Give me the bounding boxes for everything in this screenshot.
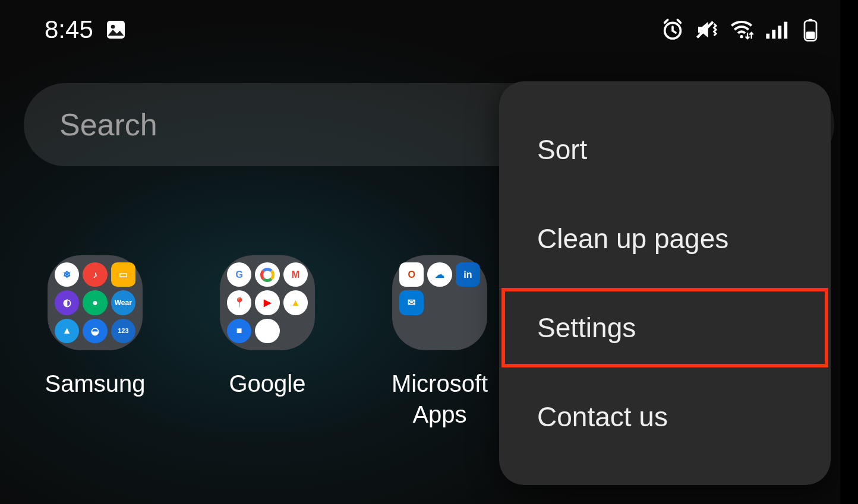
menu-item-label: Contact us xyxy=(537,401,668,432)
status-right xyxy=(661,18,822,42)
folder-label: Microsoft Apps xyxy=(392,368,488,430)
folder-label: Google xyxy=(229,368,306,399)
svg-rect-11 xyxy=(806,31,815,39)
folder-samsung-icon: ❄ ♪ ▭ ◐ ● Wear ▲ ◒ 123 xyxy=(48,255,143,350)
battery-icon xyxy=(799,18,822,42)
svg-rect-7 xyxy=(778,26,781,39)
svg-point-4 xyxy=(740,35,743,38)
folder-google[interactable]: G M 📍 ▶ ▲ ■ ✦ Google xyxy=(208,255,327,430)
svg-rect-10 xyxy=(809,19,813,21)
right-edge xyxy=(840,0,858,504)
svg-rect-8 xyxy=(784,22,787,39)
folder-microsoft-icon: O ☁ in ✉ xyxy=(392,255,487,350)
status-time: 8:45 xyxy=(45,15,93,44)
status-bar: 8:45 xyxy=(0,0,858,59)
wifi-icon xyxy=(730,18,753,42)
menu-item-label: Settings xyxy=(537,312,636,343)
menu-item-label: Sort xyxy=(537,134,587,165)
menu-item-settings[interactable]: Settings xyxy=(499,283,831,372)
menu-item-contact-us[interactable]: Contact us xyxy=(499,372,831,461)
menu-item-label: Clean up pages xyxy=(537,223,728,254)
svg-rect-5 xyxy=(766,34,769,39)
mute-vibrate-icon xyxy=(695,18,719,42)
folder-microsoft[interactable]: O ☁ in ✉ Microsoft Apps xyxy=(380,255,499,430)
svg-rect-6 xyxy=(772,30,775,39)
folder-label: Samsung xyxy=(45,368,146,399)
screenshot-icon xyxy=(104,18,128,42)
alarm-icon xyxy=(661,18,684,42)
options-menu: Sort Clean up pages Settings Contact us xyxy=(499,81,831,485)
app-folders-row: ❄ ♪ ▭ ◐ ● Wear ▲ ◒ 123 Samsung G M 📍 ▶ ▲… xyxy=(36,255,499,430)
menu-item-clean-up-pages[interactable]: Clean up pages xyxy=(499,194,831,283)
folder-samsung[interactable]: ❄ ♪ ▭ ◐ ● Wear ▲ ◒ 123 Samsung xyxy=(36,255,154,430)
svg-rect-0 xyxy=(107,21,125,39)
signal-icon xyxy=(764,18,788,42)
status-left: 8:45 xyxy=(45,15,128,44)
folder-google-icon: G M 📍 ▶ ▲ ■ ✦ xyxy=(220,255,315,350)
menu-item-sort[interactable]: Sort xyxy=(499,105,831,194)
svg-point-1 xyxy=(111,25,115,29)
